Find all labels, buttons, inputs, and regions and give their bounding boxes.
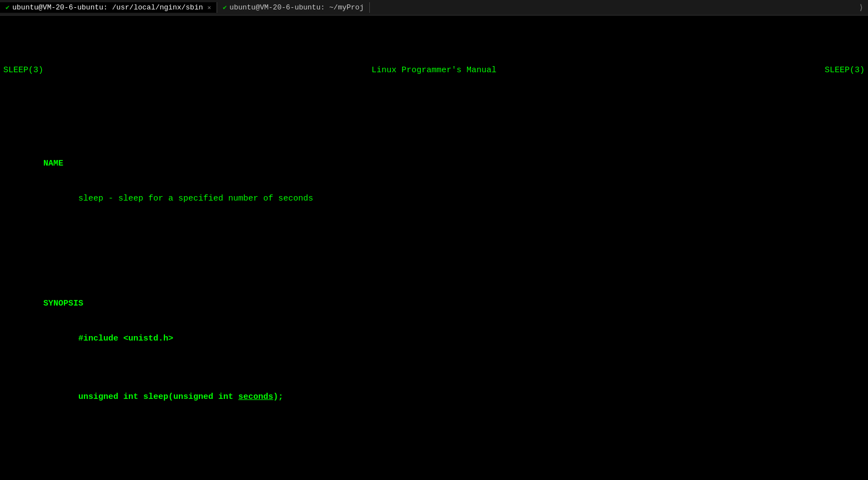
tab-myproj[interactable]: ✔ ubuntu@VM-20-6-ubuntu: ~/myProj bbox=[217, 2, 370, 13]
man-page: SLEEP(3) Linux Programmer's Manual SLEEP… bbox=[3, 18, 865, 480]
description-section: DESCRIPTION sleep() causes the calling t… bbox=[3, 461, 865, 480]
terminal-window: ✔ ubuntu@VM-20-6-ubuntu: /usr/local/ngin… bbox=[0, 0, 868, 480]
man-header: SLEEP(3) Linux Programmer's Manual SLEEP… bbox=[3, 64, 865, 76]
header-right: SLEEP(3) bbox=[825, 64, 865, 76]
name-section: NAME sleep - sleep for a specified numbe… bbox=[3, 123, 865, 216]
tab-bar: ✔ ubuntu@VM-20-6-ubuntu: /usr/local/ngin… bbox=[0, 0, 868, 16]
close-icon-1[interactable]: ✕ bbox=[208, 4, 212, 11]
synopsis-title: SYNOPSIS bbox=[43, 299, 83, 308]
synopsis-section: SYNOPSIS #include <unistd.h> unsigned in… bbox=[3, 263, 865, 414]
synopsis-signature: unsigned int sleep(unsigned int seconds)… bbox=[43, 392, 283, 402]
synopsis-include: #include <unistd.h> bbox=[43, 334, 173, 343]
tab-nginx[interactable]: ✔ ubuntu@VM-20-6-ubuntu: /usr/local/ngin… bbox=[0, 2, 217, 13]
header-left: SLEEP(3) bbox=[3, 64, 43, 76]
name-content: sleep - sleep for a specified number of … bbox=[43, 194, 313, 203]
tab-end-icon: ⟩ bbox=[859, 3, 868, 12]
check-icon-1: ✔ bbox=[6, 3, 9, 12]
tab-nginx-label: ubuntu@VM-20-6-ubuntu: /usr/local/nginx/… bbox=[12, 3, 203, 12]
name-title: NAME bbox=[43, 159, 63, 168]
terminal-content: SLEEP(3) Linux Programmer's Manual SLEEP… bbox=[0, 16, 868, 480]
header-center: Linux Programmer's Manual bbox=[372, 64, 496, 76]
check-icon-2: ✔ bbox=[223, 3, 227, 12]
tab-myproj-label: ubuntu@VM-20-6-ubuntu: ~/myProj bbox=[229, 3, 364, 12]
